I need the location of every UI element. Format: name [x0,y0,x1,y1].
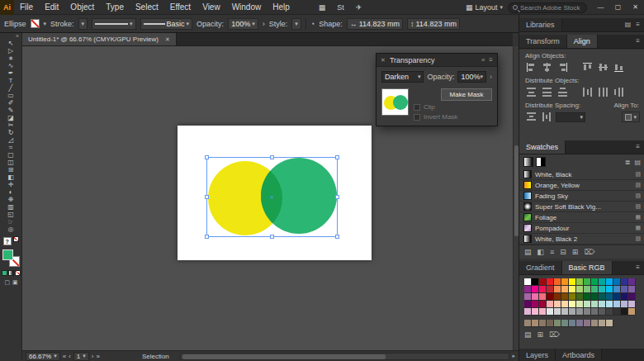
swatch-row[interactable]: Pompadour ▦ [519,223,644,234]
tab-swatches[interactable]: Swatches [519,140,566,154]
color-chip[interactable] [628,286,636,293]
direct-selection-tool[interactable]: ▷ [0,47,22,55]
color-chip[interactable] [532,308,539,316]
spacing-value-field[interactable]: ▾ [556,112,585,122]
stroke-profile-select[interactable]: ▾ [92,18,136,30]
symbol-sprayer-tool[interactable]: ❉ [0,196,22,203]
color-chip[interactable] [599,293,606,301]
pen-tool[interactable]: ✒ [0,69,22,77]
chevron-down-icon[interactable]: ▾ [44,21,47,27]
vertical-align-center-icon[interactable] [596,61,609,74]
draw-behind-icon[interactable]: ▣ [12,279,18,286]
color-chip[interactable] [569,301,576,308]
color-chip[interactable] [606,308,613,316]
horizontal-distribute-center-icon[interactable] [596,86,609,98]
clip-checkbox[interactable] [414,104,420,111]
color-chip[interactable] [554,301,561,308]
icon-view-icon[interactable]: ▤ [625,18,632,31]
scale-tool[interactable]: ◿ [0,136,22,144]
vertical-distribute-center-icon[interactable] [540,86,553,98]
vertical-distribute-bottom-icon[interactable] [556,86,569,98]
vertical-align-bottom-icon[interactable] [612,61,625,74]
color-chip[interactable] [547,293,554,301]
selection-handle[interactable] [335,195,339,199]
menu-item[interactable]: Effect [164,0,197,15]
color-chip[interactable] [532,286,539,293]
invert-mask-checkbox[interactable] [414,114,420,121]
color-chip[interactable] [628,278,636,286]
swatch-mini-chip[interactable] [536,157,546,167]
tab-gradient[interactable]: Gradient [519,261,562,274]
panel-menu-icon[interactable]: ≡ [636,261,640,274]
color-chip[interactable] [561,320,569,327]
new-swatch-icon[interactable]: ⊞ [537,330,544,339]
blend-tool[interactable]: ◐ [0,188,22,196]
color-chip[interactable] [569,293,576,301]
selection-handle[interactable] [205,195,209,199]
opacity-input[interactable]: 100%▾ [228,18,258,30]
color-chip[interactable] [576,286,584,293]
object-thumbnail[interactable] [381,88,409,116]
color-chip[interactable] [561,286,569,293]
shape-height-input[interactable]: ↕114.823 mm [407,18,460,30]
swatch-row[interactable]: White, Black ▨ [519,169,644,180]
swatch-row[interactable]: Foliage ▦ [519,212,644,223]
magic-wand-tool[interactable]: ∗ [0,55,22,62]
color-chip[interactable] [613,308,621,316]
color-chip[interactable] [591,301,599,308]
scissors-tool[interactable]: ✂ [0,121,22,129]
color-chip[interactable] [569,278,576,286]
color-chip[interactable] [561,293,569,301]
hand-tool[interactable]: ☞ [0,218,22,226]
selection-bounding-box[interactable]: ✕ [206,157,338,237]
tab-basic-rgb[interactable]: Basic RGB [562,261,613,274]
color-chip[interactable] [584,293,591,301]
selection-handle[interactable] [205,155,209,159]
collapse-icon[interactable]: « [481,56,485,64]
selection-tool[interactable]: ↖ [0,40,22,47]
color-chip[interactable] [599,278,606,286]
paintbrush-tool[interactable]: ✐ [0,99,22,107]
transparency-panel-header[interactable]: ✕ Transparency « ≡ [376,54,497,67]
color-chip[interactable] [561,301,569,308]
selection-handle[interactable] [335,155,339,159]
color-chip[interactable] [524,286,532,293]
delete-swatch-icon[interactable]: ⌦ [549,330,560,339]
panel-menu-icon[interactable]: ≡ [636,140,640,154]
menu-item[interactable]: View [197,0,226,15]
opacity-input[interactable]: 100% ▾ [457,71,486,83]
color-chip[interactable] [547,308,554,316]
horizontal-distribute-right-icon[interactable] [612,86,625,98]
color-chip[interactable] [613,286,621,293]
color-chip[interactable] [524,293,532,301]
color-chip[interactable] [539,320,547,327]
horizontal-distribute-left-icon[interactable] [580,86,594,98]
eyedropper-tool[interactable]: ✛ [0,181,22,188]
delete-swatch-icon[interactable]: ⌦ [584,248,594,256]
swatch-kinds-icon[interactable]: ◧ [537,248,545,256]
column-graph-tool[interactable]: ▥ [0,203,22,211]
color-chip[interactable] [606,278,613,286]
color-chip[interactable] [554,278,561,286]
color-chip[interactable] [621,278,628,286]
stock-search-input[interactable] [520,4,585,12]
gradient-tool[interactable]: ◧ [0,173,22,181]
lasso-tool[interactable]: ∿ [0,62,22,69]
color-chip[interactable] [524,301,532,308]
restore-button[interactable]: ▢ [609,0,627,15]
color-chip[interactable] [532,293,539,301]
color-chip[interactable] [613,301,621,308]
pencil-tool[interactable]: ✎ [0,107,22,114]
tab-align[interactable]: Align [567,35,598,48]
style-select[interactable]: ▾ [291,18,301,30]
color-chip[interactable] [599,308,606,316]
panel-launcher-icon[interactable]: › [263,20,265,28]
swatch-libraries-icon[interactable]: ▤ [524,330,532,339]
color-chip[interactable] [584,278,591,286]
close-tab-icon[interactable]: ✕ [165,33,170,45]
color-chip[interactable] [576,320,584,327]
scroll-right-icon[interactable]: ▸ [512,353,515,359]
swatch-libraries-icon[interactable]: ▤ [524,248,532,256]
stroke-weight-select[interactable]: ▾ [78,18,88,30]
menu-item[interactable]: Object [64,0,100,15]
